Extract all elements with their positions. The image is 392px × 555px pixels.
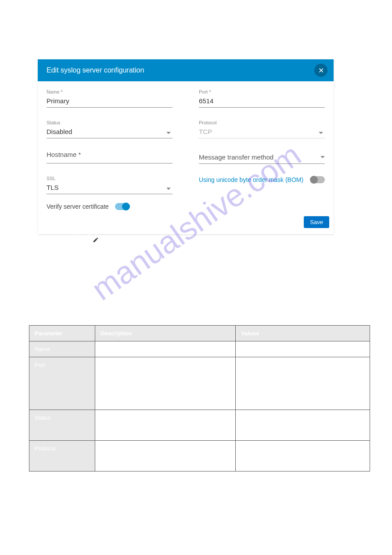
table-row: Name Name of the syslog server. (29, 341, 370, 357)
dialog-title: Edit syslog server configuration (47, 66, 144, 74)
ssl-label: SSL (47, 176, 173, 181)
status-label: Status (47, 120, 173, 125)
cell-param: Protocol (29, 441, 95, 472)
name-label: Name * (47, 89, 173, 94)
step2-suffix: ) icon for the syslog server you want to… (91, 237, 220, 247)
cell-val: TCP UDP (236, 441, 370, 472)
step2-prefix: 2. Click the edit ( (31, 237, 76, 247)
message-transfer-select[interactable]: Message transfer method (199, 151, 325, 164)
close-button[interactable]: ✕ (314, 64, 327, 77)
verify-cert-label: Verify server certificate (47, 203, 109, 210)
instruction-step-2: 2. Click the edit ( ) icon for the syslo… (31, 237, 220, 247)
table-row: Protocol Network protocol for log messag… (29, 441, 370, 472)
cell-param: Name (29, 341, 95, 357)
instruction-step-4: 4. Click save. (31, 272, 67, 281)
chevron-down-icon (166, 188, 171, 190)
cell-val (236, 341, 370, 357)
table-row: Port Port number to use. Default: 6514 f… (29, 357, 370, 410)
cell-desc: Port number to use. Default: 6514 for ss… (95, 357, 236, 410)
hostname-input[interactable] (47, 159, 173, 163)
cell-param: Port (29, 357, 95, 410)
dialog-header: Edit syslog server configuration ✕ (38, 59, 334, 81)
pencil-icon (93, 237, 99, 243)
port-input[interactable]: 6514 (199, 95, 325, 108)
parameters-table: Parameter Description Values Name Name o… (29, 325, 370, 472)
page-breadcrumb: Chapter 3. Management console settings (29, 541, 126, 546)
chevron-down-icon (319, 132, 323, 134)
cell-desc: Name of the syslog server. (95, 341, 236, 357)
bom-toggle[interactable] (311, 176, 325, 183)
col-description: Description (95, 326, 236, 341)
name-input[interactable]: Primary (47, 95, 173, 108)
bom-label: Using unicode byte order mask (BOM) (199, 176, 303, 183)
cell-param: Status (29, 410, 95, 441)
cell-val: Enabled Disabled (236, 410, 370, 441)
figure-caption: Figure 3-9 Edit syslog server window (31, 228, 338, 237)
table-header-row: Parameter Description Values (29, 326, 370, 341)
edit-syslog-dialog: Edit syslog server configuration ✕ Name … (38, 59, 334, 234)
cell-desc: Enables or disables the syslog server co… (95, 410, 236, 441)
cell-desc: Network protocol for log messages. (95, 441, 236, 472)
mtm-label: Message transfer method (199, 153, 273, 161)
col-parameter: Parameter (29, 326, 95, 341)
status-select[interactable]: Disabled (47, 126, 173, 138)
instruction-step-3: 3. Modify the syslog server configuratio… (31, 258, 142, 267)
save-button[interactable]: Save (304, 216, 329, 228)
protocol-select[interactable]: TCP (199, 126, 325, 138)
chevron-down-icon (320, 156, 325, 158)
hostname-label: Hostname * (47, 151, 173, 158)
close-icon: ✕ (318, 66, 324, 75)
cell-val: 1 to 65535 (236, 357, 370, 410)
table-row: Status Enables or disables the syslog se… (29, 410, 370, 441)
instruction-click-save: 5. Click save. (31, 308, 67, 317)
table-caption: Table 3-3 Parameters: Edit syslog server… (31, 299, 178, 308)
ssl-select[interactable]: TLS (47, 182, 173, 194)
col-values: Values (236, 326, 370, 341)
chevron-down-icon (166, 132, 171, 134)
verify-cert-toggle[interactable] (115, 203, 129, 210)
protocol-label: Protocol (199, 120, 325, 125)
port-label: Port * (199, 89, 325, 94)
